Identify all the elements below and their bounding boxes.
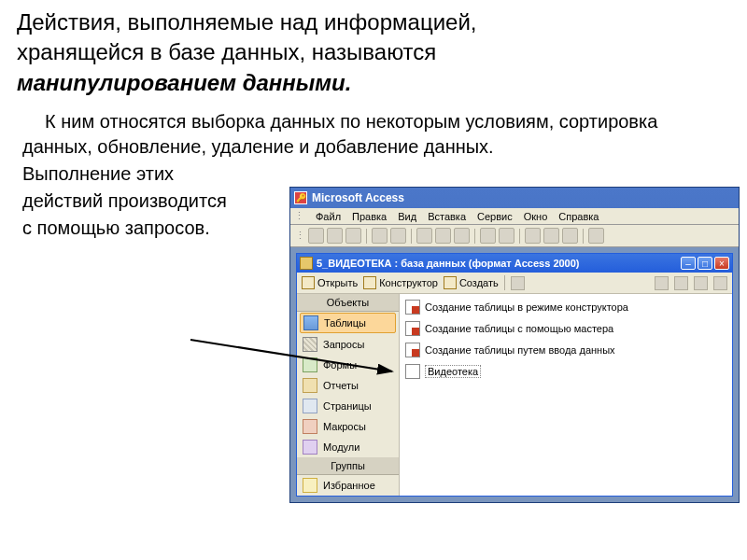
menu-window[interactable]: Окно (524, 211, 548, 222)
menu-bar: ⋮ Файл Правка Вид Вставка Сервис Окно Сп… (290, 208, 739, 225)
nav-queries[interactable]: Запросы (297, 334, 399, 355)
toolbar-button-9[interactable] (480, 228, 496, 244)
toolbar-button-4[interactable] (372, 228, 388, 244)
toolbar-separator (366, 229, 367, 244)
pages-icon (303, 399, 317, 413)
menu-edit[interactable]: Правка (352, 211, 387, 222)
close-button[interactable]: × (714, 257, 729, 270)
queries-icon (303, 337, 317, 352)
mdi-workspace: 5_ВИДЕОТЕКА : база данных (формат Access… (290, 247, 739, 502)
open-label: Открыть (317, 277, 358, 288)
list-item[interactable]: Создание таблицы путем ввода данных (403, 341, 728, 362)
body-para2c: с помощью запросов. (22, 216, 293, 241)
nav-label: Страницы (323, 400, 372, 412)
toolbar-button-11[interactable] (525, 228, 541, 244)
object-list: Создание таблицы в режиме конструктора С… (400, 294, 732, 496)
toolbar-button-8[interactable] (454, 228, 470, 244)
open-button[interactable]: Открыть (302, 276, 358, 289)
view-small-button[interactable] (674, 276, 688, 290)
toolbar-handle-icon[interactable]: ⋮ (295, 230, 305, 242)
design-label: Конструктор (379, 277, 438, 288)
list-item-label: Создание таблицы путем ввода данных (425, 344, 615, 356)
nav-tables[interactable]: Таблицы (300, 313, 396, 333)
access-window: 🔑 Microsoft Access ⋮ Файл Правка Вид Вст… (289, 187, 740, 503)
nav-macros[interactable]: Макросы (297, 416, 399, 437)
groups-header: Группы (297, 457, 399, 475)
create-button[interactable]: Создать (444, 276, 499, 289)
body-para2b: действий производится (22, 189, 293, 214)
nav-modules[interactable]: Модули (297, 437, 399, 457)
toolbar-button-13[interactable] (562, 228, 578, 244)
heading-emphasis: манипулированием данными. (17, 70, 351, 95)
toolbar-button-5[interactable] (390, 228, 406, 244)
view-icons-button[interactable] (655, 276, 669, 290)
nav-favorites[interactable]: Избранное (297, 475, 399, 496)
heading-line2: хранящейся в базе данных, называются (17, 39, 436, 64)
toolbar-button-12[interactable] (543, 228, 559, 244)
toolbar-separator (519, 229, 520, 244)
db-toolbar: Открыть Конструктор Создать (297, 273, 732, 294)
design-icon (363, 276, 376, 289)
nav-label: Макросы (323, 421, 366, 432)
macros-icon (303, 419, 317, 434)
view-details-button[interactable] (713, 276, 727, 290)
db-file-icon (300, 257, 313, 270)
toolbar-separator (583, 229, 584, 244)
nav-label: Таблицы (324, 317, 366, 329)
toolbar-separator (474, 229, 475, 244)
create-label: Создать (459, 277, 499, 288)
minimize-button[interactable]: – (681, 257, 696, 270)
toolbar-button-6[interactable] (416, 228, 432, 244)
toolbar-button-3[interactable] (345, 228, 361, 244)
access-app-icon: 🔑 (294, 191, 307, 204)
slide-heading: Действия, выполняемые над информацией, х… (0, 0, 747, 102)
body-para1: К ним относятся выборка данных по некото… (22, 109, 730, 160)
menu-view[interactable]: Вид (398, 211, 416, 222)
menu-tools[interactable]: Сервис (477, 211, 513, 222)
menu-handle-icon[interactable]: ⋮ (294, 210, 304, 222)
nav-reports[interactable]: Отчеты (297, 375, 399, 396)
view-list-button[interactable] (694, 276, 708, 290)
list-item[interactable]: Создание таблицы в режиме конструктора (403, 298, 728, 319)
tables-icon (303, 315, 318, 330)
list-item-label: Создание таблицы с помощью мастера (425, 323, 613, 334)
main-toolbar: ⋮ (290, 225, 739, 247)
menu-help[interactable]: Справка (558, 211, 599, 222)
wizard-icon (405, 321, 420, 336)
menu-file[interactable]: Файл (316, 211, 341, 222)
app-title: Microsoft Access (312, 191, 404, 204)
toolbar-button-10[interactable] (499, 228, 514, 244)
create-icon (444, 276, 457, 289)
nav-label: Формы (323, 359, 357, 371)
toolbar-button-1[interactable] (308, 228, 324, 244)
database-window: 5_ВИДЕОТЕКА : база данных (формат Access… (296, 253, 733, 497)
open-icon (302, 276, 315, 289)
nav-label: Отчеты (323, 380, 359, 391)
db-body: Объекты Таблицы Запросы Формы Отчеты Стр… (297, 294, 732, 496)
toolbar-separator (504, 275, 505, 290)
heading-line1: Действия, выполняемые над информацией, (17, 9, 476, 35)
nav-label: Запросы (323, 339, 364, 350)
wizard-icon (405, 300, 420, 315)
toolbar-button-2[interactable] (327, 228, 343, 244)
nav-pages[interactable]: Страницы (297, 396, 399, 416)
list-item-label: Создание таблицы в режиме конструктора (425, 301, 628, 313)
design-button[interactable]: Конструктор (363, 276, 438, 289)
list-item[interactable]: Видеотека (403, 362, 728, 384)
table-icon (405, 364, 420, 379)
delete-button[interactable] (511, 276, 525, 290)
body-para2a: Выполнение этих (22, 161, 293, 187)
reports-icon (303, 378, 317, 393)
forms-icon (303, 357, 317, 372)
list-item[interactable]: Создание таблицы с помощью мастера (403, 319, 728, 341)
db-window-title: 5_ВИДЕОТЕКА : база данных (формат Access… (317, 258, 681, 269)
favorites-icon (303, 478, 317, 493)
nav-label: Модули (323, 441, 359, 453)
nav-forms[interactable]: Формы (297, 355, 399, 375)
modules-icon (303, 440, 317, 455)
maximize-button[interactable]: □ (698, 257, 712, 270)
toolbar-button-14[interactable] (588, 228, 604, 244)
menu-insert[interactable]: Вставка (428, 211, 466, 222)
toolbar-button-7[interactable] (435, 228, 451, 244)
objects-pane: Объекты Таблицы Запросы Формы Отчеты Стр… (297, 294, 400, 496)
